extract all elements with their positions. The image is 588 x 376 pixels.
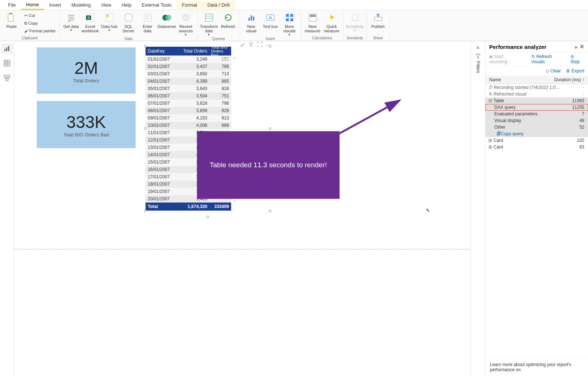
drill-icon[interactable]: ⤢: [239, 42, 245, 48]
table-row[interactable]: 03/01/20073,850713: [146, 70, 231, 78]
text-box-button[interactable]: AText box: [261, 11, 280, 29]
perf-row-visual-display[interactable]: Visual display49: [485, 117, 588, 124]
export-button[interactable]: 🗎 Export: [566, 68, 584, 74]
group-queries: Transform data▾ Refresh Queries: [198, 10, 240, 41]
handle-w[interactable]: [144, 128, 146, 130]
svg-text:A: A: [269, 15, 272, 21]
format-painter-button[interactable]: 🖌Format painter: [23, 27, 57, 35]
transform-data-button[interactable]: Transform data▾: [200, 11, 218, 37]
perf-row-card-1[interactable]: ⊞Card102: [485, 137, 588, 144]
refresh-visuals-button[interactable]: ↻ Refresh visuals: [531, 54, 566, 64]
tab-insert[interactable]: Insert: [44, 1, 67, 9]
handle-sw[interactable]: [144, 210, 146, 212]
more-visuals-button[interactable]: More visuals▾: [280, 11, 299, 37]
get-data-button[interactable]: Get data▾: [62, 11, 80, 32]
quick-measure-button[interactable]: Quick measure: [323, 11, 341, 33]
new-measure-button[interactable]: New measure: [304, 11, 322, 33]
report-view-button[interactable]: [1, 43, 13, 54]
scroll-down-icon[interactable]: ▾: [234, 199, 236, 203]
new-visual-button[interactable]: New visual: [242, 11, 261, 33]
tab-home[interactable]: Home: [21, 0, 44, 10]
cell-date: 11/01/2007: [146, 130, 176, 135]
col-name[interactable]: Name: [489, 77, 554, 82]
perf-row-eval-params[interactable]: Evaluated parameters7: [485, 111, 588, 117]
enter-data-button[interactable]: Enter data: [139, 11, 157, 33]
filters-pane-collapsed[interactable]: « Filters: [470, 41, 485, 376]
tab-view[interactable]: View: [96, 1, 116, 9]
excel-button[interactable]: XExcel workbook: [81, 11, 100, 33]
close-icon[interactable]: ✕: [580, 43, 584, 50]
cell-orders: 3,850: [176, 71, 209, 76]
cell-date: 18/01/2007: [146, 182, 176, 187]
pop-out-icon[interactable]: »: [574, 44, 577, 50]
recent-sources-button[interactable]: Recent sources▾: [177, 11, 195, 37]
clear-button[interactable]: ◇ Clear: [546, 68, 561, 74]
card-big-orders[interactable]: 333K Total BIG Orders Bad: [37, 101, 136, 148]
refresh-button[interactable]: Refresh: [219, 11, 237, 29]
handle-nw[interactable]: [144, 45, 146, 47]
focus-icon[interactable]: ⛶: [257, 42, 263, 48]
tab-help[interactable]: Help: [116, 1, 137, 9]
handle-e[interactable]: [269, 128, 271, 130]
tab-modeling[interactable]: Modeling: [66, 1, 96, 9]
cell-orders: 3,643: [176, 86, 209, 91]
data-hub-button[interactable]: Data hub▾: [100, 11, 119, 32]
cut-button[interactable]: ✂Cut: [23, 12, 57, 19]
sensitivity-button: Sensitivity▾: [346, 11, 364, 32]
sql-server-button[interactable]: SQL Server: [119, 11, 138, 33]
canvas-boundary: [14, 249, 470, 250]
expand-icon[interactable]: «: [476, 44, 480, 51]
cell-orders: 3,437: [176, 64, 209, 69]
more-visuals-label: More visuals: [280, 24, 299, 33]
expand-icon[interactable]: ⊞: [487, 138, 494, 143]
copy-button[interactable]: ⧉Copy: [23, 19, 57, 27]
scroll-up-icon[interactable]: ▴: [234, 55, 236, 59]
transform-icon: [203, 12, 215, 24]
text-box-label: Text box: [263, 24, 278, 29]
card-total-orders[interactable]: 2M Total Orders: [37, 47, 136, 94]
table-row[interactable]: 08/01/20073,859828: [146, 107, 231, 114]
paste-button[interactable]: Paste: [2, 11, 21, 29]
tab-external-tools[interactable]: External Tools: [137, 1, 177, 9]
paste-label: Paste: [6, 24, 17, 29]
svg-rect-1: [10, 13, 12, 14]
tab-data-drill[interactable]: Data / Drill: [202, 1, 235, 9]
perf-row-other[interactable]: Other52: [485, 124, 588, 130]
expand-icon[interactable]: ⊞: [487, 144, 494, 150]
svg-rect-21: [286, 18, 289, 21]
cut-icon: ✂: [24, 13, 28, 18]
data-hub-icon: [104, 12, 115, 24]
excel-label: Excel workbook: [81, 24, 100, 33]
perf-row-dax-query[interactable]: DAX query11255: [485, 104, 588, 111]
stop-button[interactable]: ⊘ Stop: [570, 54, 584, 64]
filter-icon[interactable]: [248, 42, 254, 48]
svg-rect-28: [6, 47, 7, 51]
copy-icon: ⧉: [24, 21, 27, 26]
svg-rect-14: [248, 18, 250, 21]
handle-s[interactable]: [207, 216, 209, 218]
table-row[interactable]: 06/01/20073,504751: [146, 92, 231, 100]
table-row[interactable]: 10/01/20074,006888: [146, 122, 231, 129]
table-row[interactable]: 05/01/20073,643828: [146, 85, 231, 92]
table-row[interactable]: 09/01/20074,153813: [146, 114, 231, 122]
tab-file[interactable]: File: [3, 1, 21, 9]
tab-format[interactable]: Format: [177, 1, 202, 9]
handle-ne[interactable]: [269, 45, 271, 47]
data-view-button[interactable]: [1, 58, 13, 68]
perf-row-table[interactable]: ⊟Table11363: [485, 97, 588, 104]
copy-query-button[interactable]: 🗐 Copy query: [485, 130, 588, 137]
group-share-label: Share: [369, 36, 387, 41]
publish-button[interactable]: Publish: [369, 11, 387, 29]
dataverse-button[interactable]: Dataverse: [158, 11, 176, 29]
table-row[interactable]: 07/01/20073,828798: [146, 100, 231, 107]
model-view-button[interactable]: [1, 73, 13, 83]
collapse-icon[interactable]: ⊟: [487, 98, 494, 103]
perf-row-card-2[interactable]: ⊞Card83: [485, 144, 588, 150]
col-duration[interactable]: Duration (ms) ↑: [554, 77, 584, 82]
svg-rect-16: [253, 17, 254, 21]
table-row[interactable]: 04/01/20074,399885: [146, 78, 231, 85]
svg-rect-33: [6, 79, 8, 81]
table-row[interactable]: 02/01/20073,437785: [146, 63, 231, 70]
handle-se[interactable]: [269, 210, 271, 212]
total-label: Total: [146, 204, 176, 209]
